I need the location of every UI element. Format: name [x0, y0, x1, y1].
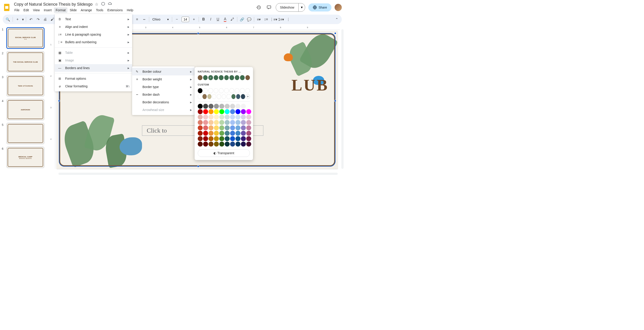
menu-insert[interactable]: Insert: [42, 8, 54, 13]
color-swatch[interactable]: [219, 131, 224, 136]
comments-icon[interactable]: [265, 4, 272, 11]
color-swatch[interactable]: [241, 131, 246, 136]
color-swatch[interactable]: [236, 131, 240, 136]
search-icon[interactable]: 🔍: [4, 16, 11, 23]
color-swatch[interactable]: [246, 115, 251, 119]
color-swatch[interactable]: [214, 120, 219, 125]
color-swatch[interactable]: [230, 115, 235, 119]
color-swatch[interactable]: [198, 94, 202, 99]
color-swatch[interactable]: [225, 109, 230, 114]
color-swatch[interactable]: [246, 109, 251, 114]
color-swatch[interactable]: [214, 75, 218, 80]
print-button[interactable]: 🖨: [42, 16, 48, 23]
color-swatch[interactable]: [225, 125, 230, 130]
color-swatch[interactable]: [236, 120, 240, 125]
color-swatch[interactable]: [236, 104, 240, 109]
color-swatch[interactable]: [225, 115, 230, 119]
color-swatch[interactable]: [219, 136, 224, 141]
color-swatch[interactable]: [198, 125, 203, 130]
slide-title-text[interactable]: LUB: [292, 76, 329, 95]
share-button[interactable]: Share: [308, 3, 332, 12]
color-swatch[interactable]: [208, 141, 214, 146]
color-swatch[interactable]: [225, 104, 230, 109]
color-swatch[interactable]: [203, 75, 208, 80]
new-slide-button[interactable]: +: [14, 16, 21, 23]
menu-arrange[interactable]: Arrange: [79, 8, 94, 13]
color-swatch[interactable]: [214, 109, 219, 114]
increase-font-button[interactable]: +: [190, 16, 197, 23]
color-swatch[interactable]: [219, 115, 224, 119]
add-custom-color[interactable]: +: [246, 94, 250, 99]
borders-item-border-weight[interactable]: ≡Border weight▶: [132, 75, 194, 83]
color-swatch[interactable]: [219, 104, 224, 109]
color-swatch[interactable]: [241, 136, 246, 141]
color-swatch[interactable]: [230, 75, 234, 80]
color-swatch[interactable]: [241, 125, 246, 130]
color-swatch[interactable]: [246, 131, 251, 136]
color-swatch[interactable]: [203, 120, 208, 125]
vertical-scrollbar[interactable]: [341, 29, 344, 169]
link-button[interactable]: 🔗: [239, 16, 246, 23]
transparent-button[interactable]: ◐ Transparent: [198, 149, 250, 157]
color-swatch[interactable]: [212, 94, 216, 99]
color-swatch[interactable]: [230, 125, 235, 130]
color-swatch[interactable]: [198, 141, 203, 146]
font-selector[interactable]: Chivo▾: [150, 18, 170, 21]
color-swatch[interactable]: [222, 94, 226, 99]
color-swatch[interactable]: [208, 125, 214, 130]
menu-slide[interactable]: Slide: [68, 8, 78, 13]
collapse-toolbar-icon[interactable]: ⌃: [333, 16, 340, 23]
color-swatch[interactable]: [235, 88, 240, 93]
color-swatch[interactable]: [219, 75, 224, 80]
color-swatch[interactable]: [214, 88, 218, 93]
color-swatch[interactable]: [230, 88, 234, 93]
color-swatch[interactable]: [208, 115, 214, 119]
color-swatch[interactable]: [202, 94, 206, 99]
format-item-borders-and-lines[interactable]: —Borders and lines▶: [55, 64, 132, 72]
color-swatch[interactable]: [230, 109, 235, 114]
color-swatch[interactable]: [230, 131, 235, 136]
color-swatch[interactable]: [225, 120, 230, 125]
color-swatch[interactable]: [203, 109, 208, 114]
number-list-button[interactable]: 1≡▾: [278, 16, 284, 23]
bold-button[interactable]: B: [200, 16, 207, 23]
color-swatch[interactable]: [198, 136, 203, 141]
format-item-text[interactable]: BText▶: [55, 15, 132, 23]
color-swatch[interactable]: [230, 141, 235, 146]
color-swatch[interactable]: [214, 115, 219, 119]
color-swatch[interactable]: [219, 109, 224, 114]
slide-thumbnail[interactable]: MEDICAL CAMPBANKING SESSION: [6, 146, 44, 168]
color-swatch[interactable]: [208, 120, 214, 125]
color-swatch[interactable]: [219, 141, 224, 146]
format-item-clear-formatting[interactable]: ⌀Clear formatting⌘\: [55, 82, 132, 90]
color-swatch[interactable]: [203, 104, 208, 109]
color-swatch[interactable]: [214, 136, 219, 141]
color-swatch[interactable]: [208, 88, 213, 93]
color-swatch[interactable]: [241, 109, 246, 114]
menu-tools[interactable]: Tools: [94, 8, 105, 13]
slides-logo[interactable]: [3, 3, 11, 12]
color-swatch[interactable]: [198, 131, 203, 136]
color-swatch[interactable]: [203, 88, 208, 93]
cloud-icon[interactable]: [108, 2, 112, 7]
color-swatch[interactable]: [225, 131, 230, 136]
move-icon[interactable]: [101, 2, 105, 7]
color-swatch[interactable]: [198, 115, 203, 119]
color-swatch[interactable]: [241, 104, 246, 109]
color-swatch[interactable]: [246, 141, 251, 146]
color-swatch[interactable]: [236, 136, 240, 141]
color-swatch[interactable]: [198, 75, 202, 80]
align-button[interactable]: ≡▾: [256, 16, 262, 23]
star-icon[interactable]: ☆: [95, 2, 98, 7]
color-swatch[interactable]: [236, 109, 240, 114]
color-swatch[interactable]: [226, 94, 230, 99]
format-item-format-options[interactable]: ⊞Format options: [55, 75, 132, 82]
slideshow-dropdown-icon[interactable]: ▾: [298, 3, 305, 12]
color-swatch[interactable]: [203, 141, 208, 146]
color-swatch[interactable]: [214, 131, 219, 136]
menu-format[interactable]: Format: [54, 8, 68, 13]
history-icon[interactable]: [255, 4, 262, 11]
color-swatch[interactable]: [236, 125, 240, 130]
color-swatch[interactable]: [203, 131, 208, 136]
border-dash-button[interactable]: ┅: [141, 16, 148, 23]
